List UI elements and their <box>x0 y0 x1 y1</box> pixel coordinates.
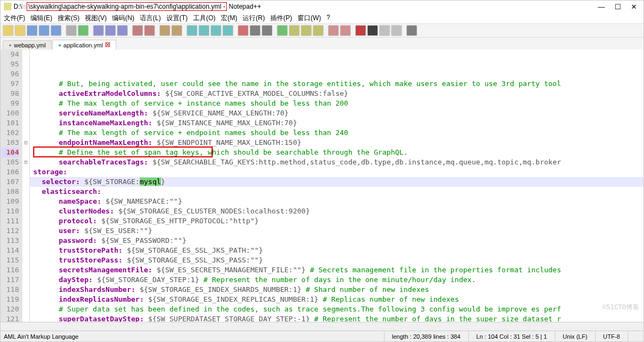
toolbar-button[interactable] <box>117 25 128 36</box>
toolbar-button[interactable] <box>262 25 273 36</box>
code-line[interactable]: selector: ${SW_STORAGE:mysql} <box>30 177 643 187</box>
menu-item[interactable]: 编码(N) <box>112 14 134 22</box>
window-title: D:\ls\skywalking\apache-skywalking-apm-b… <box>14 2 598 11</box>
status-length: length : 20,389 lines : 384 <box>384 331 468 341</box>
toolbar-button[interactable] <box>340 25 351 36</box>
close-tab-icon[interactable]: ☒ <box>105 41 110 48</box>
toolbar-button[interactable] <box>93 25 104 36</box>
toolbar-button[interactable] <box>367 25 378 36</box>
toolbar <box>1 23 643 38</box>
code-line[interactable]: # The max length of service + endpoint n… <box>30 128 643 138</box>
toolbar-button[interactable] <box>379 25 390 36</box>
code-line[interactable]: serviceNameMaxLength: ${SW_SERVICE_NAME_… <box>30 108 643 118</box>
toolbar-button[interactable] <box>301 25 312 36</box>
menu-item[interactable]: 设置(T) <box>166 14 188 22</box>
toolbar-button[interactable] <box>250 25 261 36</box>
code-line[interactable]: trustStorePath: ${SW_STORAGE_ES_SSL_JKS_… <box>30 246 643 255</box>
window-controls: — ☐ ✕ <box>598 3 640 11</box>
toolbar-button[interactable] <box>144 25 155 36</box>
toolbar-button[interactable] <box>27 25 38 36</box>
fold-column[interactable]: ⊟⊟ <box>22 50 30 322</box>
menu-item[interactable]: 语言(L) <box>140 14 161 22</box>
code-line[interactable]: instanceNameMaxLength: ${SW_INSTANCE_NAM… <box>30 118 643 128</box>
toolbar-button[interactable] <box>210 25 221 36</box>
code-line[interactable]: protocol: ${SW_STORAGE_ES_HTTP_PROTOCOL:… <box>30 216 643 226</box>
status-encoding: UTF-8 <box>595 331 628 341</box>
code-line[interactable]: storage: <box>30 167 643 177</box>
toolbar-button[interactable] <box>105 25 116 36</box>
toolbar-button[interactable] <box>222 25 233 36</box>
menu-item[interactable]: 宏(M) <box>221 14 237 22</box>
code-line[interactable]: # But, being activated, user could see t… <box>30 79 643 89</box>
title-bar: D:\ls\skywalking\apache-skywalking-apm-b… <box>1 1 643 13</box>
code-line[interactable]: nameSpace: ${SW_NAMESPACE:""} <box>30 197 643 206</box>
toolbar-button[interactable] <box>355 25 366 36</box>
maximize-button[interactable]: ☐ <box>615 3 621 11</box>
code-line[interactable]: # Define the set of span tag keys, which… <box>30 148 643 157</box>
code-line[interactable]: # The max length of service + instance n… <box>30 99 643 108</box>
code-line[interactable]: dayStep: ${SW_STORAGE_DAY_STEP:1} # Repr… <box>30 275 643 285</box>
toolbar-button[interactable] <box>328 25 339 36</box>
code-line[interactable]: activeExtraModelColumns: ${SW_CORE_ACTIV… <box>30 89 643 99</box>
minimize-button[interactable]: — <box>598 3 605 11</box>
status-lang: AML Ain't Markup Language <box>1 333 384 340</box>
status-position: Ln : 104 Col : 31 Sel : 5 | 1 <box>468 331 555 341</box>
app-icon <box>4 3 11 10</box>
status-eol: Unix (LF) <box>555 331 595 341</box>
code-line[interactable]: indexShardsNumber: ${SW_STORAGE_ES_INDEX… <box>30 285 643 295</box>
toolbar-button[interactable] <box>159 25 170 36</box>
code-line[interactable]: password: ${SW_ES_PASSWORD:""} <box>30 236 643 246</box>
toolbar-button[interactable] <box>132 25 143 36</box>
title-red-box: \skywalking\apache-skywalking-apm-bin-es… <box>27 2 227 11</box>
toolbar-button[interactable] <box>15 25 26 36</box>
menu-item[interactable]: 视图(V) <box>85 14 107 22</box>
code-line[interactable]: endpointNameMaxLength: ${SW_ENDPOINT_NAM… <box>30 138 643 148</box>
toolbar-button[interactable] <box>406 25 417 36</box>
menu-item[interactable]: 工具(O) <box>193 14 215 22</box>
close-button[interactable]: ✕ <box>631 3 637 11</box>
toolbar-button[interactable] <box>187 25 197 36</box>
code-line[interactable]: clusterNodes: ${SW_STORAGE_ES_CLUSTER_NO… <box>30 206 643 216</box>
file-tab[interactable]: ●application.yml☒ <box>52 40 116 50</box>
status-bar: AML Ain't Markup Language length : 20,38… <box>1 331 643 341</box>
menu-item[interactable]: 窗口(W) <box>298 14 321 22</box>
tab-bar: ●webapp.yml●application.yml☒ <box>1 38 643 50</box>
toolbar-button[interactable] <box>39 25 49 36</box>
toolbar-button[interactable] <box>391 25 402 36</box>
code-line[interactable]: superDatasetDayStep: ${SW_SUPERDATASET_S… <box>30 314 643 322</box>
code-line[interactable]: elasticsearch: <box>30 187 643 197</box>
code-line[interactable]: user: ${SW_ES_USER:""} <box>30 226 643 236</box>
horizontal-scrollbar[interactable] <box>1 322 643 331</box>
code-line[interactable]: searchableTracesTags: ${SW_SEARCHABLE_TA… <box>30 157 643 167</box>
menu-item[interactable]: 运行(R) <box>243 14 265 22</box>
toolbar-button[interactable] <box>289 25 300 36</box>
menu-item[interactable]: ? <box>326 14 330 22</box>
code-line[interactable]: indexReplicasNumber: ${SW_STORAGE_ES_IND… <box>30 295 643 304</box>
toolbar-button[interactable] <box>78 25 89 36</box>
toolbar-button[interactable] <box>199 25 209 36</box>
menu-item[interactable]: 搜索(S) <box>58 14 79 22</box>
file-tab[interactable]: ●webapp.yml <box>3 40 52 50</box>
code-area[interactable]: # But, being activated, user could see t… <box>30 50 643 322</box>
line-gutter: 9495969798991001011021031041051061071081… <box>1 50 22 322</box>
toolbar-button[interactable] <box>171 25 182 36</box>
code-line[interactable]: secretsManagementFile: ${SW_ES_SECRETS_M… <box>30 265 643 275</box>
menu-item[interactable]: 插件(P) <box>270 14 292 22</box>
menu-bar: 文件(F)编辑(E)搜索(S)视图(V)编码(N)语言(L)设置(T)工具(O)… <box>1 13 643 23</box>
menu-item[interactable]: 编辑(E) <box>30 14 52 22</box>
toolbar-button[interactable] <box>277 25 288 36</box>
menu-item[interactable]: 文件(F) <box>4 14 25 22</box>
app-window: D:\ls\skywalking\apache-skywalking-apm-b… <box>0 0 644 342</box>
code-line[interactable]: trustStorePass: ${SW_STORAGE_ES_SSL_JKS_… <box>30 255 643 265</box>
code-line[interactable]: # Super data set has been defined in the… <box>30 304 643 314</box>
toolbar-button[interactable] <box>66 25 77 36</box>
toolbar-button[interactable] <box>3 25 14 36</box>
toolbar-button[interactable] <box>238 25 249 36</box>
toolbar-button[interactable] <box>313 25 324 36</box>
editor-area[interactable]: 9495969798991001011021031041051061071081… <box>1 50 643 322</box>
toolbar-button[interactable] <box>51 25 61 36</box>
